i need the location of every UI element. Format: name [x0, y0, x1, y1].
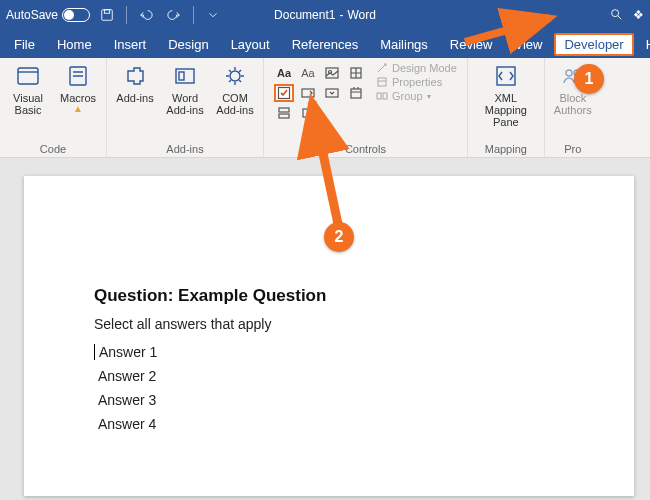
tab-mailings[interactable]: Mailings [370, 33, 438, 56]
chevron-down-icon: ▾ [427, 92, 431, 101]
svg-rect-14 [351, 89, 361, 98]
tab-references[interactable]: References [282, 33, 368, 56]
building-block-control-button[interactable] [346, 64, 366, 82]
svg-rect-6 [179, 72, 184, 80]
svg-rect-3 [18, 68, 38, 84]
ribbon-group-code: Visual Basic Macros Code [0, 58, 107, 157]
separator [126, 6, 127, 24]
properties-button[interactable]: Properties [376, 76, 457, 88]
rich-text-control-button[interactable]: Aa [274, 64, 294, 82]
ribbon-group-addins: Add-ins Word Add-ins COM Add-ins Add-ins [107, 58, 264, 157]
separator [193, 6, 194, 24]
premium-badge-icon[interactable]: ❖ [633, 8, 644, 22]
ribbon-group-mapping: XML Mapping Pane Mapping [468, 58, 545, 157]
svg-point-22 [566, 70, 572, 76]
date-picker-control-button[interactable] [346, 84, 366, 102]
tab-view[interactable]: View [504, 33, 552, 56]
checkbox-control-button[interactable] [274, 84, 294, 102]
qat-customize-button[interactable] [202, 4, 224, 26]
svg-point-7 [230, 71, 240, 81]
tab-insert[interactable]: Insert [104, 33, 157, 56]
tab-file[interactable]: File [4, 33, 45, 56]
macros-button[interactable]: Macros [56, 62, 100, 112]
ribbon-tabs: File Home Insert Design Layout Reference… [0, 30, 650, 58]
question-instruction: Select all answers that apply [94, 316, 564, 332]
warning-icon [73, 102, 83, 112]
svg-rect-17 [303, 109, 311, 117]
group-label: Pro [564, 143, 581, 155]
ribbon: Visual Basic Macros Code Add-ins Word Ad… [0, 58, 650, 158]
annotation-callout-2: 2 [324, 222, 354, 252]
title-bar: AutoSave Document1 - Word ❖ [0, 0, 650, 30]
tab-help[interactable]: Help [636, 33, 650, 56]
svg-point-2 [612, 9, 619, 16]
macros-icon [64, 62, 92, 90]
search-icon[interactable] [609, 7, 623, 24]
answers-list: Answer 1 Answer 2 Answer 3 Answer 4 [94, 344, 564, 432]
legacy-tools-button[interactable] [298, 104, 318, 122]
word-addins-icon [171, 62, 199, 90]
tab-review[interactable]: Review [440, 33, 503, 56]
dropdown-control-button[interactable] [322, 84, 342, 102]
answer-item[interactable]: Answer 3 [98, 392, 564, 408]
toggle-off-icon[interactable] [62, 8, 90, 22]
xml-mapping-icon [492, 62, 520, 90]
svg-rect-18 [378, 78, 386, 86]
document-name: Document1 [274, 8, 335, 22]
com-addins-icon [221, 62, 249, 90]
combo-box-control-button[interactable] [298, 84, 318, 102]
addins-button[interactable]: Add-ins [113, 62, 157, 104]
answer-item[interactable]: Answer 1 [94, 344, 564, 360]
tab-developer[interactable]: Developer [554, 33, 633, 56]
group-label: Mapping [485, 143, 527, 155]
undo-button[interactable] [135, 4, 157, 26]
svg-rect-19 [377, 93, 381, 99]
picture-control-button[interactable] [322, 64, 342, 82]
group-label: Code [40, 143, 66, 155]
svg-rect-16 [279, 114, 289, 118]
answer-item[interactable]: Answer 4 [98, 416, 564, 432]
plain-text-control-button[interactable]: Aa [298, 64, 318, 82]
redo-button[interactable] [163, 4, 185, 26]
group-label: Controls [345, 143, 386, 155]
repeating-section-control-button[interactable] [274, 104, 294, 122]
svg-rect-15 [279, 108, 289, 112]
save-button[interactable] [96, 4, 118, 26]
svg-rect-0 [102, 10, 113, 21]
question-heading: Question: Example Question [94, 286, 564, 306]
addins-icon [121, 62, 149, 90]
autosave-toggle[interactable]: AutoSave [6, 8, 90, 22]
group-label: Add-ins [166, 143, 203, 155]
tab-design[interactable]: Design [158, 33, 218, 56]
group-button[interactable]: Group▾ [376, 90, 457, 102]
answer-item[interactable]: Answer 2 [98, 368, 564, 384]
word-addins-button[interactable]: Word Add-ins [163, 62, 207, 116]
annotation-callout-1: 1 [574, 64, 604, 94]
design-mode-button[interactable]: Design Mode [376, 62, 457, 74]
window-title: Document1 - Word [274, 8, 376, 22]
svg-rect-13 [326, 89, 338, 97]
visual-basic-button[interactable]: Visual Basic [6, 62, 50, 116]
svg-rect-1 [104, 10, 109, 14]
autosave-label: AutoSave [6, 8, 58, 22]
ribbon-group-controls: Aa Aa Design Mode Propertie [264, 58, 468, 157]
visual-basic-icon [14, 62, 42, 90]
com-addins-button[interactable]: COM Add-ins [213, 62, 257, 116]
document-area: Question: Example Question Select all an… [0, 158, 650, 500]
tab-layout[interactable]: Layout [221, 33, 280, 56]
svg-rect-20 [383, 93, 387, 99]
tab-home[interactable]: Home [47, 33, 102, 56]
app-name: Word [347, 8, 375, 22]
xml-mapping-pane-button[interactable]: XML Mapping Pane [474, 62, 538, 128]
